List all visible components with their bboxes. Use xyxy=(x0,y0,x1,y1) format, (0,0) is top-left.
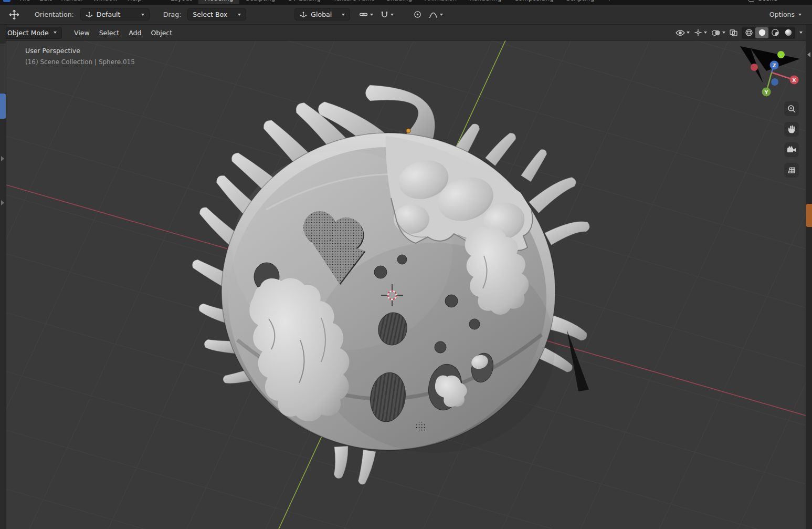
gizmo-axis-neg-y[interactable] xyxy=(777,51,785,58)
eye-icon xyxy=(676,29,685,36)
chevron-down-icon xyxy=(238,14,241,16)
menu-file[interactable]: File xyxy=(15,0,35,2)
mode-dropdown[interactable]: Object Mode xyxy=(6,27,62,39)
drag-dropdown[interactable]: Select Box xyxy=(187,8,246,20)
toolbar-slivers xyxy=(0,44,6,93)
tab-rendering[interactable]: Rendering xyxy=(463,0,508,4)
global-orientation-icon xyxy=(300,11,307,18)
proportional-edit-icon xyxy=(414,11,421,18)
zoom-button[interactable] xyxy=(784,101,799,116)
camera-icon xyxy=(787,146,796,153)
region-arrow-icon[interactable] xyxy=(1,156,4,161)
xray-icon xyxy=(730,29,737,36)
menu-edit[interactable]: Edit xyxy=(35,0,56,2)
transform-orientation-dropdown[interactable]: Global xyxy=(294,8,350,20)
options-dropdown[interactable]: Options xyxy=(769,11,802,18)
topbar-clipped: File Edit Render Window Help Layout Mode… xyxy=(0,0,812,5)
mesh-sphere-015[interactable] xyxy=(192,85,589,484)
chevron-down-icon xyxy=(141,14,144,16)
viewport-side-tools xyxy=(784,101,799,178)
gizmo-y-label: Y xyxy=(764,89,768,95)
tab-animation[interactable]: Animation xyxy=(418,0,463,4)
toggle-xray-button[interactable] xyxy=(730,29,737,36)
tab-scripting[interactable]: Scripting xyxy=(560,0,600,4)
magnet-icon xyxy=(381,11,388,18)
visibility-filter-button[interactable] xyxy=(676,29,690,36)
chevron-down-icon xyxy=(798,14,802,16)
blender-window: File Edit Render Window Help Layout Mode… xyxy=(0,0,812,529)
menu-window[interactable]: Window xyxy=(88,0,122,2)
show-overlays-button[interactable] xyxy=(711,29,725,36)
chevron-down-icon xyxy=(704,32,707,34)
camera-view-button[interactable] xyxy=(784,142,799,157)
menu-object[interactable]: Object xyxy=(146,29,177,37)
tab-add-workspace[interactable]: + xyxy=(600,0,618,4)
blender-logo-icon[interactable] xyxy=(3,0,10,2)
link-icon xyxy=(359,10,368,19)
gizmo-x-label: X xyxy=(792,77,796,83)
proportional-falloff-button[interactable] xyxy=(426,8,446,20)
material-sphere-icon xyxy=(771,28,779,37)
dark-shards xyxy=(567,46,800,391)
gizmo-icon xyxy=(694,28,702,37)
shading-solid-button[interactable] xyxy=(755,27,768,38)
shading-material-button[interactable] xyxy=(768,27,782,38)
tab-texture-paint[interactable]: Texture Paint xyxy=(327,0,380,4)
shading-mode-group xyxy=(742,27,795,39)
chevron-down-icon xyxy=(440,14,443,16)
overlays-icon xyxy=(711,29,721,36)
tab-layout[interactable]: Layout xyxy=(164,0,198,4)
viewport-overlay-text: User Perspective (16) Scene Collection |… xyxy=(25,47,135,66)
snap-target-button[interactable] xyxy=(356,8,376,20)
scene-icon xyxy=(748,0,754,2)
viewport-header: Object Mode View Select Add Object xyxy=(6,25,806,40)
active-tool-indicator[interactable] xyxy=(0,94,6,119)
menu-render[interactable]: Render xyxy=(56,0,88,2)
viewport-3d[interactable]: Z X Y Object Mode View Select Add Object xyxy=(6,25,806,529)
tool-settings-bar: Orientation: Default Drag: Select Box Gl… xyxy=(0,5,812,25)
grid-icon xyxy=(787,165,796,175)
orientation-value: Default xyxy=(97,11,121,18)
gizmo-axis-neg-z[interactable] xyxy=(771,78,778,86)
orientation-label: Orientation: xyxy=(35,11,74,18)
proportional-editing-button[interactable] xyxy=(411,8,424,20)
menu-view[interactable]: View xyxy=(69,29,94,37)
left-toolbar-edge xyxy=(0,25,6,529)
menu-add[interactable]: Add xyxy=(124,29,146,37)
tab-compositing[interactable]: Compositing xyxy=(508,0,560,4)
chevron-down-icon xyxy=(687,32,690,34)
orientation-dropdown[interactable]: Default xyxy=(80,8,150,20)
shading-wireframe-button[interactable] xyxy=(742,27,755,38)
chevron-down-icon[interactable] xyxy=(799,32,803,34)
transform-orientation-value: Global xyxy=(311,11,332,18)
options-label: Options xyxy=(769,11,795,18)
shading-rendered-button[interactable] xyxy=(782,27,795,38)
ortho-grid-button[interactable] xyxy=(784,163,799,178)
tab-uv-editing[interactable]: UV Editing xyxy=(281,0,327,4)
scene-selector[interactable]: Scene xyxy=(758,0,777,2)
breadcrumb: (16) Scene Collection | Sphere.015 xyxy=(25,58,135,66)
tab-modeling[interactable]: Modeling xyxy=(198,0,240,4)
object-origin-dot xyxy=(406,129,410,133)
rendered-sphere-icon xyxy=(784,28,793,37)
pan-button[interactable] xyxy=(784,122,799,137)
show-gizmo-button[interactable] xyxy=(694,28,707,37)
menu-help[interactable]: Help xyxy=(122,0,146,2)
chevron-down-icon xyxy=(54,32,57,34)
menu-select[interactable]: Select xyxy=(94,29,124,37)
tab-sculpting[interactable]: Sculpting xyxy=(239,0,281,4)
snap-toggle-button[interactable] xyxy=(378,8,396,20)
falloff-curve-icon xyxy=(429,11,438,18)
gizmo-axis-neg-x[interactable] xyxy=(751,64,758,71)
region-arrow-icon[interactable] xyxy=(1,200,4,205)
tab-shading[interactable]: Shading xyxy=(380,0,418,4)
chevron-down-icon xyxy=(342,14,345,16)
scene-canvas[interactable]: Z X Y xyxy=(6,25,806,529)
gizmo-z-label: Z xyxy=(773,63,776,68)
collapse-chevron-icon[interactable] xyxy=(807,52,810,57)
move-tool-icon[interactable] xyxy=(8,9,20,20)
magnifier-icon xyxy=(787,104,796,113)
view-perspective-label: User Perspective xyxy=(25,47,135,55)
mode-value: Object Mode xyxy=(7,29,49,37)
sidebar-tab[interactable] xyxy=(806,204,812,227)
